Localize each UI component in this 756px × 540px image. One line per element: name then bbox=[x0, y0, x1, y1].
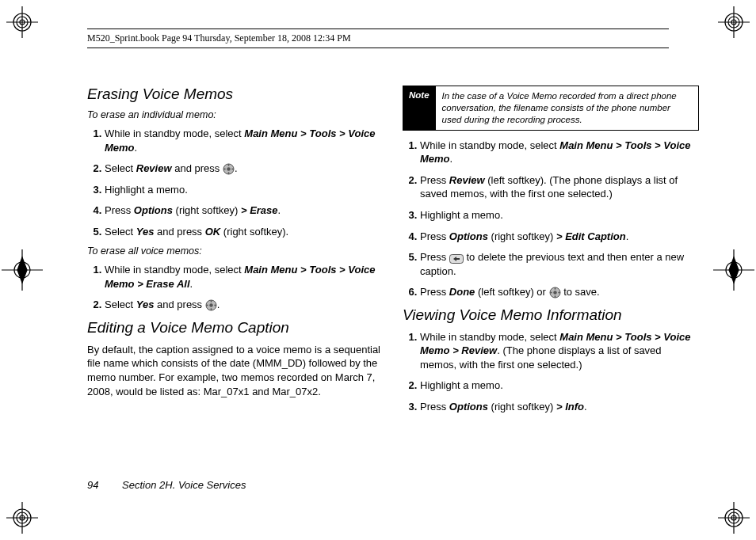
corner-mark-bottom-left bbox=[6, 502, 38, 534]
list-item: Press Options (right softkey) > Erase. bbox=[105, 203, 384, 218]
heading-viewing: Viewing Voice Memo Information bbox=[403, 306, 699, 324]
list-item: Highlight a memo. bbox=[420, 378, 699, 393]
list-item: Select Review and press . bbox=[105, 162, 384, 176]
page-body: Erasing Voice Memos To erase an individu… bbox=[87, 86, 699, 492]
heading-erasing: Erasing Voice Memos bbox=[87, 86, 384, 103]
corner-mark-top-right bbox=[718, 6, 750, 38]
corner-mark-bottom-right bbox=[718, 502, 750, 534]
running-header: M520_Sprint.book Page 94 Thursday, Septe… bbox=[87, 29, 669, 48]
svg-rect-38 bbox=[206, 305, 208, 306]
list-item: Press to delete the previous text and th… bbox=[420, 250, 699, 278]
svg-point-29 bbox=[227, 167, 230, 170]
svg-marker-27 bbox=[729, 257, 739, 283]
svg-point-35 bbox=[209, 304, 212, 307]
page-number: 94 bbox=[87, 479, 98, 491]
list-item: Select Yes and press . bbox=[105, 298, 384, 312]
nav-key-icon bbox=[223, 163, 235, 175]
list-viewing: While in standby mode, select Main Menu … bbox=[403, 330, 699, 414]
svg-rect-33 bbox=[231, 169, 233, 170]
svg-rect-37 bbox=[210, 309, 212, 310]
note-box: Note In the case of a Voice Memo recorde… bbox=[403, 86, 699, 131]
list-item: While in standby mode, select Main Menu … bbox=[105, 263, 384, 291]
heading-editing: Editing a Voice Memo Caption bbox=[87, 319, 384, 337]
running-header-text: M520_Sprint.book Page 94 Thursday, Septe… bbox=[87, 32, 351, 44]
list-item: Highlight a memo. bbox=[105, 183, 384, 197]
list-item: While in standby mode, select Main Menu … bbox=[105, 127, 384, 154]
note-text: In the case of a Voice Memo recorded fro… bbox=[436, 86, 699, 131]
nav-key-icon bbox=[205, 299, 217, 311]
list-item: Press Review (left softkey). (The phone … bbox=[420, 173, 699, 201]
svg-rect-31 bbox=[228, 173, 230, 174]
list-edit-caption: While in standby mode, select Main Menu … bbox=[403, 139, 699, 299]
section-label: Section 2H. Voice Services bbox=[122, 479, 246, 491]
list-item: Select Yes and press OK (right softkey). bbox=[105, 225, 384, 239]
svg-rect-44 bbox=[554, 287, 556, 289]
list-item: While in standby mode, select Main Menu … bbox=[420, 330, 699, 372]
list-erase-individual: While in standby mode, select Main Menu … bbox=[87, 127, 384, 238]
list-item: Press Done (left softkey) or to save. bbox=[420, 285, 699, 299]
svg-point-43 bbox=[553, 291, 556, 295]
corner-mark-top-left bbox=[6, 6, 38, 38]
svg-marker-23 bbox=[17, 257, 27, 283]
svg-rect-30 bbox=[228, 164, 230, 165]
note-label: Note bbox=[403, 86, 436, 131]
list-item: Press Options (right softkey) > Info. bbox=[420, 400, 699, 414]
list-item: While in standby mode, select Main Menu … bbox=[420, 139, 699, 166]
right-column: Note In the case of a Voice Memo recorde… bbox=[403, 86, 699, 492]
svg-rect-39 bbox=[214, 305, 216, 306]
subhead-erase-individual: To erase an individual memo: bbox=[87, 109, 384, 120]
svg-rect-45 bbox=[554, 296, 556, 298]
left-column: Erasing Voice Memos To erase an individu… bbox=[87, 86, 384, 492]
back-key-icon bbox=[449, 253, 464, 263]
registration-mark-left bbox=[0, 248, 44, 292]
svg-rect-47 bbox=[558, 292, 559, 294]
page-footer: 94 Section 2H. Voice Services bbox=[87, 479, 246, 491]
list-item: Press Options (right softkey) > Edit Cap… bbox=[420, 230, 699, 244]
subhead-erase-all: To erase all voice memos: bbox=[87, 245, 384, 257]
nav-key-icon bbox=[549, 287, 561, 299]
list-erase-all: While in standby mode, select Main Menu … bbox=[87, 263, 384, 312]
svg-rect-36 bbox=[210, 301, 212, 302]
registration-mark-right bbox=[712, 248, 756, 292]
paragraph-caption-default: By default, the caption assigned to a vo… bbox=[87, 343, 384, 398]
list-item: Highlight a memo. bbox=[420, 208, 699, 222]
svg-rect-46 bbox=[550, 292, 552, 294]
svg-rect-32 bbox=[223, 169, 225, 170]
